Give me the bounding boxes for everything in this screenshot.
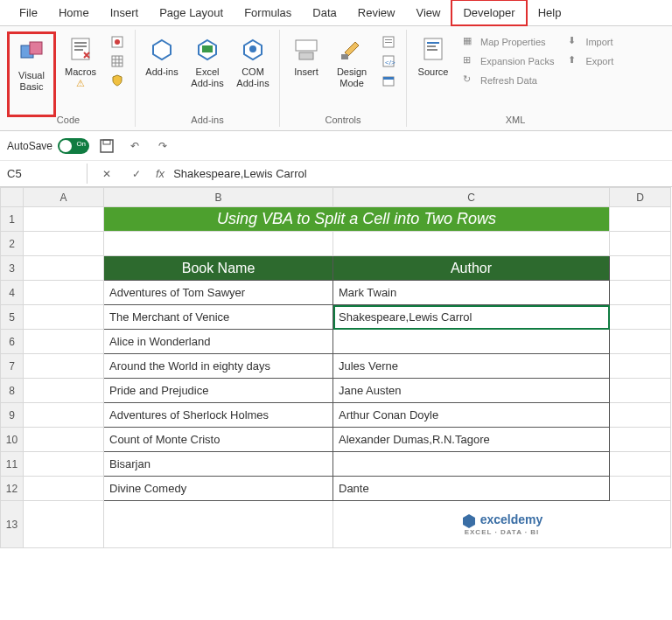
insert-control-button[interactable]: Insert [285, 31, 327, 110]
cell-book[interactable]: Bisarjan [104, 452, 333, 477]
cell[interactable] [610, 477, 671, 501]
cell[interactable] [24, 477, 104, 501]
expansion-packs-button[interactable]: ⊞Expansion Packs [459, 52, 557, 70]
col-header-a[interactable]: A [24, 188, 104, 207]
cell[interactable] [24, 428, 104, 452]
row-header[interactable]: 11 [1, 452, 24, 477]
relative-ref-button[interactable] [107, 52, 128, 70]
cell-book[interactable]: Divine Comedy [104, 477, 333, 501]
row-header[interactable]: 9 [1, 403, 24, 428]
tab-home[interactable]: Home [48, 1, 100, 24]
toggle-switch-icon[interactable]: On [58, 138, 89, 154]
fx-icon[interactable]: fx [156, 167, 164, 180]
cell-book[interactable]: Pride and Prejudice [104, 379, 333, 403]
visual-basic-button[interactable]: Visual Basic [10, 35, 52, 114]
tab-review[interactable]: Review [347, 1, 406, 24]
row-header[interactable]: 2 [1, 232, 24, 256]
record-macro-button[interactable] [107, 33, 128, 51]
col-header-d[interactable]: D [610, 188, 671, 207]
cell[interactable] [610, 428, 671, 452]
cell[interactable] [610, 281, 671, 305]
view-code-button[interactable]: </> [378, 52, 399, 70]
cell[interactable] [610, 207, 671, 232]
cell-book[interactable]: Count of Monte Cristo [104, 428, 333, 452]
save-button[interactable] [96, 136, 117, 157]
design-mode-button[interactable]: Design Mode [331, 31, 373, 110]
cell-book[interactable]: Alice in Wonderland [104, 330, 333, 354]
cell[interactable] [24, 452, 104, 477]
run-dialog-button[interactable] [378, 72, 399, 89]
selected-cell[interactable]: Shakespeare,Lewis Carrol [333, 305, 610, 330]
cell[interactable] [610, 256, 671, 281]
cell-author[interactable] [333, 452, 610, 477]
row-header[interactable]: 1 [1, 207, 24, 232]
header-author[interactable]: Author [333, 256, 610, 281]
title-cell[interactable]: Using VBA to Split a Cell into Two Rows [104, 207, 610, 232]
cell-author[interactable]: Mark Twain [333, 281, 610, 305]
col-header-c[interactable]: C [333, 188, 610, 207]
cell[interactable] [104, 232, 333, 256]
row-header[interactable]: 6 [1, 330, 24, 354]
cell[interactable] [24, 232, 104, 256]
cell[interactable] [24, 501, 104, 548]
cell-book[interactable]: The Merchant of Venice [104, 305, 333, 330]
cell[interactable] [24, 379, 104, 403]
header-book[interactable]: Book Name [104, 256, 333, 281]
cell[interactable]: exceldemy EXCEL · DATA · BI [333, 501, 671, 548]
cell[interactable] [24, 403, 104, 428]
cell[interactable] [610, 354, 671, 379]
com-addins-button[interactable]: COM Add-ins [232, 31, 274, 110]
cell[interactable] [610, 330, 671, 354]
redo-button[interactable]: ↷ [152, 136, 173, 157]
cell-author[interactable] [333, 330, 610, 354]
formula-input[interactable]: Shakespeare,Lewis Carrol [173, 167, 306, 180]
cell-book[interactable]: Adventures of Tom Sawyer [104, 281, 333, 305]
cell[interactable] [104, 501, 333, 548]
cell-author[interactable]: Dante [333, 477, 610, 501]
tab-formulas[interactable]: Formulas [234, 1, 302, 24]
row-header[interactable]: 5 [1, 305, 24, 330]
cell-author[interactable]: Jules Verne [333, 354, 610, 379]
cell-author[interactable]: Arthur Conan Doyle [333, 403, 610, 428]
macros-button[interactable]: Macros ⚠ [60, 31, 102, 110]
cell[interactable] [24, 207, 104, 232]
cell[interactable] [24, 305, 104, 330]
tab-page-layout[interactable]: Page Layout [149, 1, 234, 24]
source-button[interactable]: Source [412, 31, 454, 110]
col-header-b[interactable]: B [104, 188, 333, 207]
tab-data[interactable]: Data [302, 1, 346, 24]
row-header[interactable]: 3 [1, 256, 24, 281]
cell-book[interactable]: Around the World in eighty days [104, 354, 333, 379]
row-header[interactable]: 12 [1, 477, 24, 501]
row-header[interactable]: 13 [1, 501, 24, 548]
row-header[interactable]: 10 [1, 428, 24, 452]
cell[interactable] [24, 281, 104, 305]
cell[interactable] [24, 256, 104, 281]
cell[interactable] [333, 232, 610, 256]
map-properties-button[interactable]: ▦Map Properties [459, 33, 557, 51]
addins-button[interactable]: Add-ins [141, 31, 183, 110]
excel-addins-button[interactable]: Excel Add-ins [186, 31, 228, 110]
select-all-corner[interactable] [1, 188, 24, 207]
grid[interactable]: A B C D 1Using VBA to Split a Cell into … [0, 187, 671, 548]
autosave-toggle[interactable]: AutoSave On [7, 138, 89, 154]
name-box[interactable]: C5 [0, 164, 88, 184]
cell-book[interactable]: Adventures of Sherlock Holmes [104, 403, 333, 428]
tab-insert[interactable]: Insert [100, 1, 150, 24]
refresh-data-button[interactable]: ↻Refresh Data [459, 72, 557, 89]
cell[interactable] [610, 452, 671, 477]
properties-button[interactable] [378, 33, 399, 51]
tab-developer[interactable]: Developer [451, 0, 527, 26]
export-button[interactable]: ⬆Export [564, 52, 617, 70]
cancel-formula-button[interactable]: ✕ [96, 164, 117, 185]
row-header[interactable]: 8 [1, 379, 24, 403]
undo-button[interactable]: ↶ [124, 136, 145, 157]
tab-file[interactable]: File [9, 1, 48, 24]
cell-author[interactable]: Alexander Dumas,R.N.Tagore [333, 428, 610, 452]
cell[interactable] [610, 403, 671, 428]
macro-security-button[interactable] [107, 72, 128, 89]
tab-view[interactable]: View [405, 1, 451, 24]
tab-help[interactable]: Help [528, 1, 572, 24]
row-header[interactable]: 7 [1, 354, 24, 379]
cell[interactable] [24, 330, 104, 354]
